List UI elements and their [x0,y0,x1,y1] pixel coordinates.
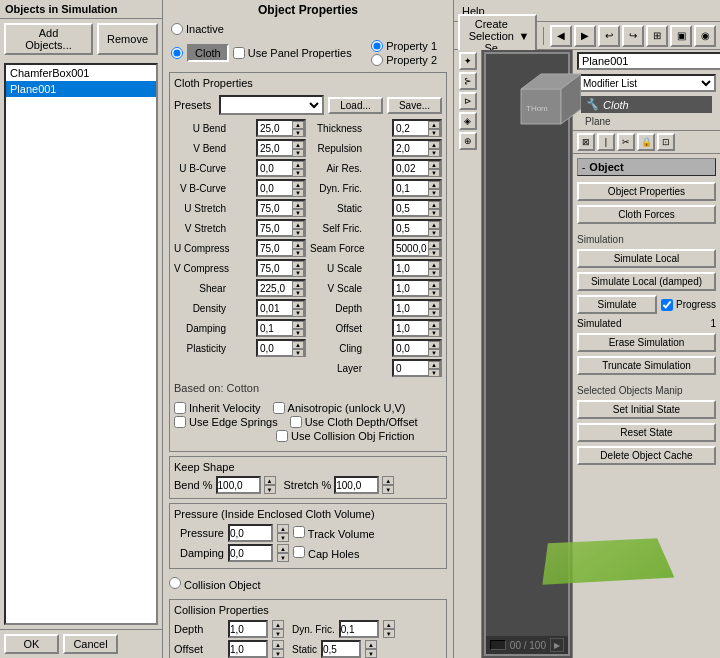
plasticity-input[interactable]: ▲▼ [256,339,306,357]
modifier-list-select[interactable]: Modifier List [577,74,716,92]
cap-holes-label[interactable]: Cap Holes [293,546,359,560]
shear-input[interactable]: ▲▼ [256,279,306,297]
list-item[interactable]: Plane001 [6,81,156,97]
u-scale-input[interactable]: ▲▼ [392,259,442,277]
edge-checkbox[interactable] [174,416,186,428]
coll-dyn-fric-input[interactable] [339,620,379,638]
air-res-input[interactable]: ▲▼ [392,159,442,177]
toolbar-btn-6[interactable]: ▣ [670,25,692,47]
edge-label[interactable]: Use Edge Springs [174,416,278,428]
pressure-input[interactable] [228,524,273,542]
simulate-button[interactable]: Simulate [577,295,657,314]
add-objects-button[interactable]: Add Objects... [4,23,93,55]
vp-tool-1[interactable]: ✦ [459,52,477,70]
v-stretch-input[interactable]: ▲▼ [256,219,306,237]
ok-button[interactable]: OK [4,634,59,654]
set-initial-state-button[interactable]: Set Initial State [577,400,716,419]
seam-force-input[interactable]: ▲▼ [392,239,442,257]
v-compress-input[interactable]: ▲▼ [256,259,306,277]
remove-button[interactable]: Remove [97,23,158,55]
erase-simulation-button[interactable]: Erase Simulation [577,333,716,352]
u-stretch-input[interactable]: ▲▼ [256,199,306,217]
vp-tool-3[interactable]: ⊳ [459,92,477,110]
simulate-local-button[interactable]: Simulate Local [577,249,716,268]
coll-depth-input[interactable] [228,620,268,638]
friction-label[interactable]: Use Collision Obj Friction [276,430,414,442]
cling-input[interactable]: ▲▼ [392,339,442,357]
toolbar-btn-1[interactable]: ◀ [550,25,572,47]
toolbar-btn-2[interactable]: ▶ [574,25,596,47]
coll-offset-input[interactable] [228,640,268,658]
simulate-local-damped-button[interactable]: Simulate Local (damped) [577,272,716,291]
cancel-button[interactable]: Cancel [63,634,118,654]
pressure-damping-input[interactable] [228,544,273,562]
progress-checkbox[interactable] [661,299,673,311]
inactive-radio-label[interactable]: Inactive [171,23,224,35]
object-list[interactable]: ChamferBox001 Plane001 [4,63,158,625]
self-fric-input[interactable]: ▲▼ [392,219,442,237]
v-bend-input[interactable]: ▲▼ [256,139,306,157]
list-item[interactable]: ChamferBox001 [6,65,156,81]
u-bend-input[interactable]: ▲▼ [256,119,306,137]
use-panel-label[interactable]: Use Panel Properties [233,47,352,59]
collision-radio[interactable] [169,577,181,589]
property2-label[interactable]: Property 2 [371,54,437,66]
vp-tool-5[interactable]: ⊕ [459,132,477,150]
progress-check-label[interactable]: Progress [661,299,716,311]
damping-input[interactable]: ▲▼ [256,319,306,337]
depth-offset-label[interactable]: Use Cloth Depth/Offset [290,416,418,428]
object-properties-button[interactable]: Object Properties [577,182,716,201]
u-compress-input[interactable]: ▲▼ [256,239,306,257]
layer-input[interactable]: ▲▼ [392,359,442,377]
friction-checkbox[interactable] [276,430,288,442]
toolbar-btn-4[interactable]: ↪ [622,25,644,47]
prop-tool-5[interactable]: ⊡ [657,133,675,151]
thickness-input[interactable]: ▲▼ [392,119,442,137]
inactive-radio[interactable] [171,23,183,35]
property2-radio[interactable] [371,54,383,66]
presets-select[interactable] [219,95,324,115]
cloth-button[interactable]: Cloth [187,44,229,62]
cap-holes-checkbox[interactable] [293,546,305,558]
object-name-input[interactable] [577,52,720,70]
save-button[interactable]: Save... [387,97,442,114]
coll-static-input[interactable] [321,640,361,658]
truncate-simulation-button[interactable]: Truncate Simulation [577,356,716,375]
depth-input[interactable]: ▲▼ [392,299,442,317]
prop-tool-2[interactable]: | [597,133,615,151]
prop-tool-4[interactable]: 🔒 [637,133,655,151]
prop-tool-3[interactable]: ✂ [617,133,635,151]
track-volume-checkbox[interactable] [293,526,305,538]
cloth-modifier-item[interactable]: 🔧 Cloth [581,96,712,113]
toolbar-btn-7[interactable]: ◉ [694,25,716,47]
viewport-expand-button[interactable]: ▶ [550,638,564,652]
delete-object-cache-button[interactable]: Delete Object Cache [577,446,716,465]
inherit-checkbox[interactable] [174,402,186,414]
offset-input[interactable]: ▲▼ [392,319,442,337]
cloth-radio-label[interactable] [171,47,183,59]
static-input[interactable]: ▲▼ [392,199,442,217]
plane-sub-item[interactable]: Plane [577,115,716,128]
track-volume-label[interactable]: Track Volume [293,526,375,540]
toolbar-btn-3[interactable]: ↩ [598,25,620,47]
depth-offset-checkbox[interactable] [290,416,302,428]
aniso-label[interactable]: Anisotropic (unlock U,V) [273,402,406,414]
use-panel-checkbox[interactable] [233,47,245,59]
bend-pct-input[interactable] [216,476,261,494]
toolbar-btn-5[interactable]: ⊞ [646,25,668,47]
collision-radio-label[interactable]: Collision Object [169,579,260,591]
vp-tool-2[interactable]: ⊱ [459,72,477,90]
property1-label[interactable]: Property 1 [371,40,437,52]
u-bcurve-input[interactable]: ▲▼ [256,159,306,177]
viewport-3d[interactable]: THom 00 / 100 ▶ [484,52,570,656]
inherit-label[interactable]: Inherit Velocity [174,402,261,414]
repulsion-input[interactable]: ▲▼ [392,139,442,157]
load-button[interactable]: Load... [328,97,383,114]
dyn-fric-input[interactable]: ▲▼ [392,179,442,197]
v-bcurve-input[interactable]: ▲▼ [256,179,306,197]
v-scale-input[interactable]: ▲▼ [392,279,442,297]
aniso-checkbox[interactable] [273,402,285,414]
density-input[interactable]: ▲▼ [256,299,306,317]
cloth-forces-button[interactable]: Cloth Forces [577,205,716,224]
vp-tool-4[interactable]: ◈ [459,112,477,130]
